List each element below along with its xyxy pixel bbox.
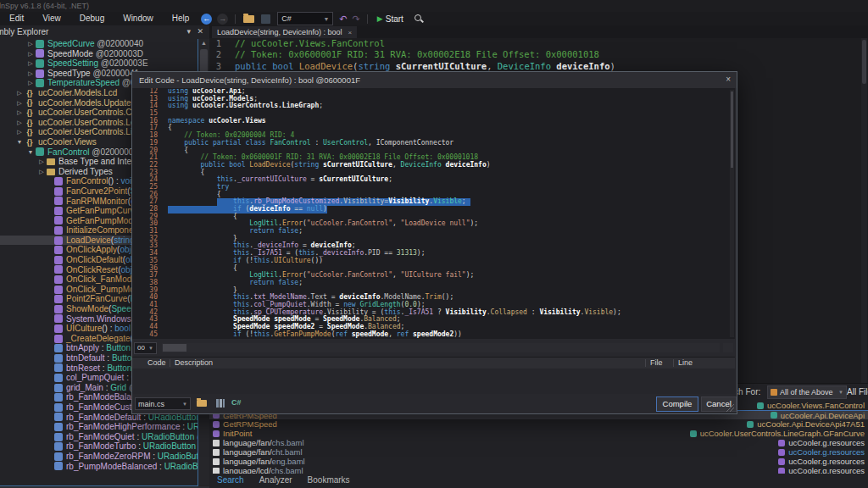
resize-grip[interactable]	[726, 404, 734, 412]
tree-item-label: SpeedType @02000041	[47, 69, 139, 79]
document-tab[interactable]: LoadDevice(string, DeviceInfo) : bool ×	[212, 26, 357, 38]
open-file-icon[interactable]	[243, 15, 254, 23]
collapse-icon[interactable]: ▼	[25, 147, 36, 158]
dialog-close-icon[interactable]: ×	[726, 75, 731, 84]
tree-item[interactable]: ▷SpeedSetting @0200003E	[0, 58, 198, 69]
code-line[interactable]: 25 try	[132, 184, 735, 191]
text-segment: language/fan/	[223, 438, 272, 447]
save-all-icon[interactable]	[261, 14, 270, 24]
expand-icon[interactable]: ▷	[36, 157, 47, 167]
search-result-row[interactable]: language/fan/chs.bamlucCooler.g.resource…	[209, 438, 868, 447]
class-icon	[690, 430, 697, 437]
dialog-title-bar[interactable]: Edit Code - LoadDevice(string, DeviceInf…	[132, 72, 737, 88]
editor-vertical-scrollbar[interactable]	[861, 38, 867, 383]
expand-icon[interactable]: ▷	[25, 49, 36, 59]
expand-icon[interactable]: ▷	[14, 127, 25, 137]
tree-item[interactable]: ▷SpeedCurve @02000040	[0, 39, 198, 49]
text-segment: _Is7A51	[404, 308, 433, 316]
code-text: try	[168, 183, 229, 191]
expand-icon[interactable]: ▷	[25, 78, 36, 88]
scroll-up-icon[interactable]: ▲	[198, 40, 209, 46]
search-scope-select[interactable]: All of the Above ▼	[767, 385, 847, 399]
text-segment: cht.baml	[272, 447, 303, 457]
text-segment: btnReset	[66, 363, 100, 373]
panel-close-icon[interactable]: ✕	[197, 27, 203, 36]
window-title: dnSpy v6.1.8 (64-bit, .NET)	[0, 2, 89, 10]
undo-icon[interactable]: ↶	[339, 14, 347, 25]
column-file[interactable]: File	[650, 358, 663, 367]
column-line[interactable]: Line	[678, 358, 693, 367]
search-result-row[interactable]: InitPointucCooler.UserControls.LineGraph…	[209, 429, 868, 438]
bottom-tab-bookmarks[interactable]: Bookmarks	[308, 475, 350, 485]
expand-icon[interactable]: ▷	[14, 118, 25, 128]
navigate-forward-icon[interactable]: →	[217, 14, 228, 25]
tree-item[interactable]: rb_PumpModeBalanced : URadioButton @040	[0, 462, 198, 472]
method-icon	[54, 236, 63, 245]
search-result-row[interactable]: language/fan/eng.bamlucCooler.g.resource…	[209, 457, 868, 466]
tree-item[interactable]: rb_FanModeHighPerformance : URadioButton	[0, 422, 198, 432]
tree-item[interactable]: ▷SpeedMode @0200003D	[0, 49, 198, 59]
menu-debug[interactable]: Debug	[70, 12, 114, 25]
code-line[interactable]: 19 public partial class FanControl : Use…	[132, 140, 735, 147]
text-segment: ucCooler.Api.DeviceApi	[781, 411, 865, 420]
scrollbar-thumb[interactable]	[862, 40, 866, 84]
compile-button[interactable]: Compile	[656, 396, 698, 412]
redo-icon[interactable]: ↷	[353, 14, 360, 25]
expand-icon[interactable]: ▷	[25, 58, 36, 69]
tab-close-icon[interactable]: ×	[348, 29, 353, 36]
panel-menu-icon[interactable]: ▾	[186, 27, 191, 36]
bottom-tab-analyzer[interactable]: Analyzer	[259, 475, 292, 485]
text-segment: 0.0	[404, 301, 416, 308]
expand-icon[interactable]: ▷	[14, 108, 25, 118]
code-line[interactable]: 16namespace ucCooler.Views	[132, 118, 735, 125]
text-segment: LogUtil	[249, 271, 278, 279]
file-select[interactable]: main.cs ▼	[135, 397, 191, 410]
text-segment: @0200003D	[93, 49, 143, 58]
code-line[interactable]: 1// ucCooler.Views.FanControl	[209, 38, 868, 49]
search-result-row[interactable]: language/lcd/chs.bamlucCooler.g.resource…	[209, 466, 868, 474]
text-segment: ;	[298, 279, 303, 286]
language-select[interactable]: C# ▼	[277, 12, 333, 25]
column-description[interactable]: Description	[175, 358, 213, 367]
search-result-row[interactable]: GetRPMSpeeducCooler.Api.DeviceApi47A51	[209, 419, 868, 429]
expand-icon[interactable]: ▷	[25, 39, 36, 49]
scrollbar-thumb[interactable]	[163, 344, 186, 352]
assembly-references-icon[interactable]	[216, 399, 225, 408]
dialog-horizontal-scrollbar[interactable]	[162, 343, 720, 352]
code-text: this._Is7A51 = (this._deviceInfo.PID == …	[168, 249, 426, 257]
menu-edit[interactable]: Edit	[0, 12, 33, 25]
method-icon	[54, 265, 63, 274]
column-code[interactable]: Code	[147, 358, 166, 367]
code-line[interactable]: 14using ucCooler.UserControls.LineGraph;	[132, 103, 735, 110]
add-document-icon[interactable]	[197, 400, 207, 407]
expand-icon[interactable]: ▷	[14, 98, 25, 108]
tree-item[interactable]: rb_FanModeQuiet : URadioButton @04000020	[0, 432, 198, 442]
class-icon	[36, 40, 44, 48]
menu-help[interactable]: Help	[163, 12, 199, 25]
offset-select[interactable]: 00 ▼	[134, 342, 157, 354]
code-line[interactable]: 45 if (!this.GetFanPumpMode(ref speedMod…	[132, 331, 735, 339]
search-icon[interactable]	[414, 14, 424, 24]
collapse-icon[interactable]: ▼	[14, 137, 25, 147]
start-debug-icon[interactable]: ▶	[377, 14, 383, 23]
tree-item[interactable]: rb_FanModeZeroRPM : URadioButton @0400	[0, 452, 198, 462]
expand-icon[interactable]: ▷	[25, 69, 36, 79]
method-icon	[54, 197, 63, 205]
code-line[interactable]: 22 public bool LoadDevice(string sCurren…	[132, 162, 735, 169]
menu-view[interactable]: View	[33, 12, 70, 25]
code-line[interactable]: 2// Token: 0x0600001F RID: 31 RVA: 0x000…	[209, 49, 868, 60]
expand-icon[interactable]: ▷	[14, 88, 25, 98]
text-segment: public bool	[235, 61, 299, 71]
text-segment: GetFanPumpMode	[66, 216, 138, 225]
navigate-back-icon[interactable]: ←	[201, 14, 212, 25]
expand-icon[interactable]: ▷	[36, 167, 47, 177]
text-segment: ucCooler.g.resources	[788, 466, 865, 474]
search-result-row[interactable]: language/fan/cht.bamlucCooler.g.resource…	[209, 447, 868, 457]
start-label[interactable]: Start	[386, 14, 403, 24]
code-text: if (!this.UICulture())	[168, 257, 323, 264]
tree-item[interactable]: rb_FanModeTurbo : URadioButton @04000023	[0, 441, 198, 452]
bottom-tab-search[interactable]: Search	[217, 475, 244, 485]
menu-window[interactable]: Window	[114, 12, 163, 25]
file-filter-select[interactable]: All Files	[847, 387, 868, 396]
edit-code-editor[interactable]: 12using ucCooler.Api;13using ucCooler.Mo…	[132, 88, 735, 339]
